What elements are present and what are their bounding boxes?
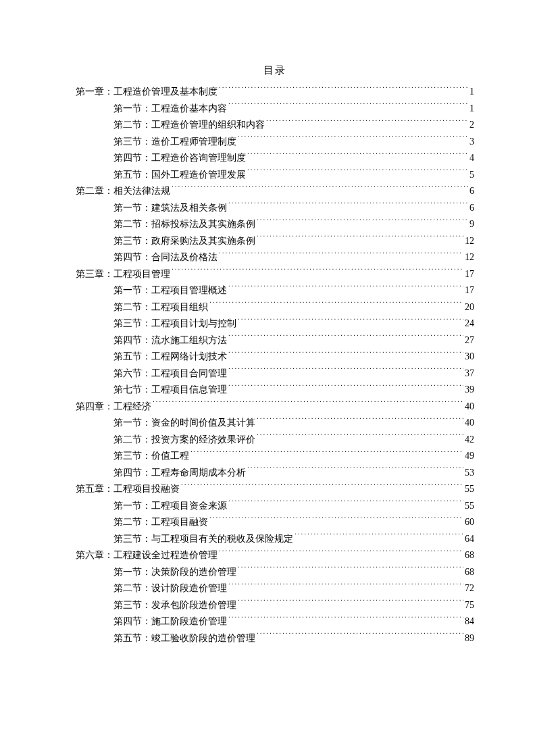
toc-entry-page: 1 [468, 101, 474, 118]
toc-leader [246, 168, 468, 178]
toc-entry-page: 27 [463, 332, 474, 349]
toc-entry: 第七节：工程项目信息管理39 [113, 382, 474, 399]
toc-entry: 第一章：工程造价管理及基本制度1 [76, 84, 474, 101]
toc-leader [227, 615, 463, 624]
toc-entry: 第五节：工程网络计划技术30 [113, 349, 474, 366]
toc-entry-page: 40 [463, 399, 474, 415]
toc-entry-page: 12 [463, 233, 474, 250]
toc-entry-page: 17 [463, 266, 474, 283]
toc-entry: 第二节：工程项目组织20 [113, 299, 474, 316]
toc-leader [227, 582, 463, 591]
toc-entry: 第三节：与工程项目有关的税收及保险规定64 [113, 531, 474, 548]
toc-entry-label: 第二节：工程项目融资 [113, 514, 208, 531]
toc-entry-label: 第四章：工程经济 [76, 399, 151, 415]
toc-entry-page: 68 [463, 564, 474, 581]
toc-entry-label: 第一节：工程项目资金来源 [113, 498, 227, 515]
toc-entry-label: 第一节：建筑法及相关条例 [113, 200, 227, 217]
toc-entry-page: 75 [463, 597, 474, 614]
toc-leader [227, 367, 463, 376]
toc-leader [255, 416, 463, 426]
toc-entry-label: 第一节：决策阶段的造价管理 [113, 564, 236, 581]
toc-entry-label: 第五节：工程网络计划技术 [113, 349, 227, 366]
toc-leader [227, 201, 468, 211]
toc-entry: 第二节：工程造价管理的组织和内容2 [113, 117, 474, 134]
toc-entry-page: 6 [468, 183, 474, 200]
toc-entry: 第四节：流水施工组织方法27 [113, 332, 474, 349]
toc-entry-page: 53 [463, 465, 474, 482]
toc-leader [170, 268, 463, 277]
toc-entry: 第四节：合同法及价格法12 [113, 249, 474, 266]
toc-entry-label: 第二章：相关法律法规 [76, 183, 170, 200]
toc-leader [236, 135, 468, 145]
toc-entry-label: 第一节：工程项目管理概述 [113, 282, 227, 299]
toc-entry-label: 第二节：投资方案的经济效果评价 [113, 432, 255, 449]
toc-entry: 第三节：政府采购法及其实施条例12 [113, 233, 474, 250]
toc-entry: 第一节：工程项目资金来源55 [113, 498, 474, 515]
toc-entry-page: 72 [463, 580, 474, 597]
toc-entry-page: 40 [463, 415, 474, 432]
toc-entry-page: 60 [463, 514, 474, 531]
toc-entry: 第四章：工程经济40 [76, 399, 474, 415]
toc-entry-label: 第二节：工程项目组织 [113, 299, 208, 316]
toc-entry: 第一节：决策阶段的造价管理68 [113, 564, 474, 581]
toc-list: 第一章：工程造价管理及基本制度1第一节：工程造价基本内容1第二节：工程造价管理的… [76, 84, 474, 647]
toc-entry: 第五节：竣工验收阶段的造价管理89 [113, 630, 474, 647]
toc-entry-label: 第四节：合同法及价格法 [113, 249, 218, 266]
toc-entry-page: 6 [468, 200, 474, 217]
toc-entry: 第一节：工程项目管理概述17 [113, 282, 474, 299]
toc-entry-label: 第三节：工程项目计划与控制 [113, 316, 236, 332]
toc-entry: 第三节：造价工程师管理制度3 [113, 134, 474, 151]
toc-entry-label: 第三节：发承包阶段造价管理 [113, 597, 236, 614]
toc-leader [236, 599, 463, 608]
toc-leader [236, 317, 463, 326]
toc-leader [246, 151, 468, 161]
toc-leader [208, 301, 463, 310]
toc-entry-label: 第二节：招标投标法及其实施条例 [113, 216, 255, 233]
toc-entry-label: 第五节：国外工程造价管理发展 [113, 167, 246, 184]
toc-entry-label: 第三节：政府采购法及其实施条例 [113, 233, 255, 250]
toc-entry: 第四节：工程寿命周期成本分析53 [113, 465, 474, 482]
toc-entry-label: 第一章：工程造价管理及基本制度 [76, 84, 218, 101]
toc-leader [255, 218, 468, 227]
toc-entry-label: 第一节：资金的时间价值及其计算 [113, 415, 255, 432]
toc-entry-label: 第六章：工程建设全过程造价管理 [76, 547, 218, 564]
toc-entry-label: 第三章：工程项目管理 [76, 266, 170, 283]
toc-entry: 第二节：投资方案的经济效果评价42 [113, 432, 474, 449]
toc-leader [170, 184, 468, 194]
toc-entry-page: 4 [468, 150, 474, 167]
toc-entry-page: 64 [463, 531, 474, 548]
toc-entry-label: 第四节：工程造价咨询管理制度 [113, 150, 246, 167]
toc-entry-page: 5 [468, 167, 474, 184]
toc-entry-label: 第六节：工程项目合同管理 [113, 366, 227, 382]
toc-leader [218, 251, 463, 260]
toc-leader [236, 565, 463, 575]
toc-entry-label: 第三节：价值工程 [113, 448, 189, 465]
toc-leader [218, 549, 463, 558]
toc-entry-page: 17 [463, 282, 474, 299]
toc-entry: 第二节：设计阶段造价管理72 [113, 580, 474, 597]
toc-leader [180, 482, 463, 492]
toc-entry-label: 第三节：与工程项目有关的税收及保险规定 [113, 531, 293, 548]
toc-entry: 第五章：工程项目投融资55 [76, 481, 474, 498]
toc-entry-label: 第四节：流水施工组织方法 [113, 332, 227, 349]
toc-leader [255, 234, 463, 244]
toc-leader [151, 400, 463, 409]
toc-entry-page: 42 [463, 432, 474, 449]
toc-leader [227, 334, 463, 343]
toc-entry-page: 1 [468, 84, 474, 101]
toc-leader [208, 515, 463, 525]
toc-entry: 第四节：工程造价咨询管理制度4 [113, 150, 474, 167]
toc-entry: 第一节：工程造价基本内容1 [113, 101, 474, 118]
toc-entry-label: 第二节：设计阶段造价管理 [113, 580, 227, 597]
toc-entry-page: 39 [463, 382, 474, 399]
toc-leader [255, 632, 463, 641]
toc-entry: 第二节：工程项目融资60 [113, 514, 474, 531]
toc-entry: 第三章：工程项目管理17 [76, 266, 474, 283]
toc-entry-page: 55 [463, 481, 474, 498]
toc-entry-page: 37 [463, 366, 474, 382]
toc-entry: 第三节：发承包阶段造价管理75 [113, 597, 474, 614]
toc-entry-page: 84 [463, 613, 474, 630]
toc-entry: 第三节：价值工程49 [113, 448, 474, 465]
toc-entry-label: 第七节：工程项目信息管理 [113, 382, 227, 399]
toc-entry-label: 第五章：工程项目投融资 [76, 481, 180, 498]
